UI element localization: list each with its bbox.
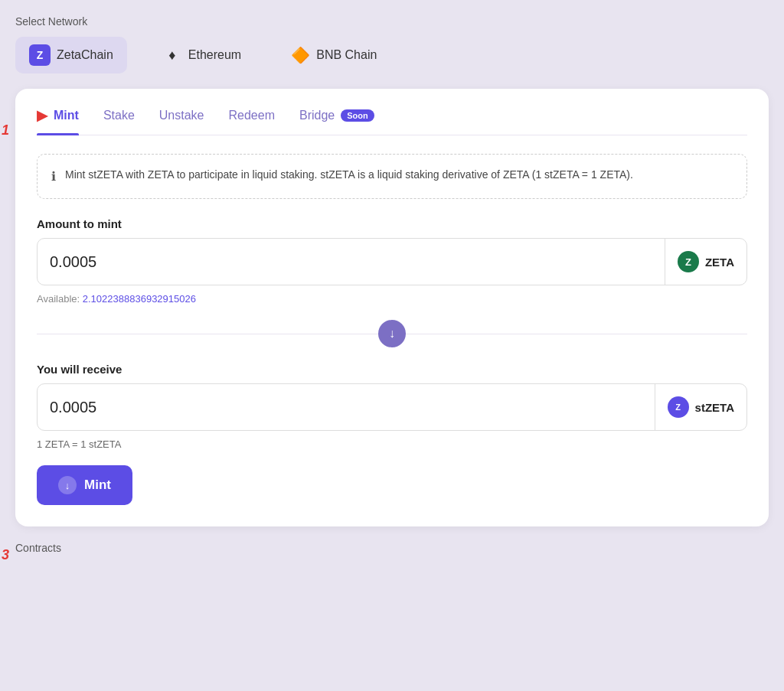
info-icon: ℹ [51,168,56,186]
amount-label: Amount to mint [37,217,747,230]
info-box: ℹ Mint stZETA with ZETA to participate i… [37,154,747,199]
available-value: 2.1022388836932915026 [83,293,196,305]
rate-text: 1 ZETA = 1 stZETA [37,438,747,450]
network-bnb[interactable]: 🔶 BNB Chain [276,37,390,73]
bnb-label: BNB Chain [316,48,377,62]
zetachain-label: ZetaChain [57,48,113,62]
main-card: ▶ Mint Stake Unstake Redeem Bridge Soon … [15,89,769,526]
receive-input[interactable] [38,386,655,429]
stzeta-token-icon: Z [668,396,689,418]
down-arrow-button[interactable]: ↓ [378,320,406,347]
available-text: Available: 2.1022388836932915026 [37,293,747,305]
ethereum-icon: ♦ [162,45,182,65]
tab-bridge[interactable]: Bridge Soon [299,109,374,133]
amount-input[interactable] [38,241,665,283]
down-arrow-divider: ↓ [37,320,747,347]
annotation-1: 1 [2,122,9,139]
mint-button-icon: ↓ [58,476,77,494]
tab-mint-label: Mint [54,109,79,122]
tab-mint[interactable]: ▶ Mint [37,107,79,135]
tab-stake[interactable]: Stake [103,109,135,133]
tabs: ▶ Mint Stake Unstake Redeem Bridge Soon [37,107,747,135]
network-zetachain[interactable]: Z ZetaChain [15,37,127,73]
receive-label: You will receive [37,363,747,376]
annotation-3: 3 [2,547,9,563]
info-text: Mint stZETA with ZETA to participate in … [65,167,633,183]
stzeta-token-label: stZETA [695,401,734,414]
tab-redeem-label: Redeem [229,109,275,122]
stzeta-token-badge: Z stZETA [655,384,746,430]
zeta-token-icon: Z [678,251,699,272]
zeta-token-label: ZETA [705,256,734,269]
tab-mint-arrow: ▶ [37,107,47,124]
receive-input-row: Z stZETA [37,383,747,431]
select-network-label: Select Network [15,15,769,28]
tab-bridge-label: Bridge [299,109,335,122]
contracts-label: Contracts [15,542,769,554]
bridge-soon-badge: Soon [341,109,374,122]
tab-redeem[interactable]: Redeem [229,109,275,133]
ethereum-label: Ethereum [188,48,241,62]
amount-input-row: Z ZETA [37,238,747,285]
tab-unstake[interactable]: Unstake [159,109,204,133]
network-ethereum[interactable]: ♦ Ethereum [149,37,255,73]
zeta-token-badge: Z ZETA [665,239,746,285]
bnb-icon: 🔶 [290,45,310,65]
mint-button-label: Mint [84,478,111,493]
network-selector: Z ZetaChain ♦ Ethereum 🔶 BNB Chain [15,37,769,73]
mint-button[interactable]: ↓ Mint [37,465,132,505]
tab-unstake-label: Unstake [159,109,204,122]
tab-stake-label: Stake [103,109,135,122]
zetachain-icon: Z [29,44,51,66]
